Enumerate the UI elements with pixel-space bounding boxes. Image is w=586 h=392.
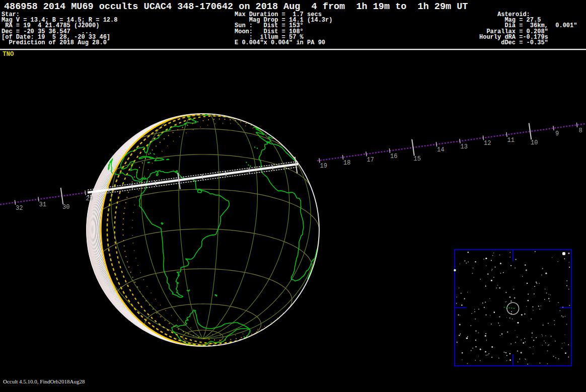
svg-text:10: 10 xyxy=(531,139,538,146)
svg-text:14: 14 xyxy=(437,146,444,153)
svg-text:15: 15 xyxy=(414,155,421,163)
svg-text:31: 31 xyxy=(39,201,46,208)
svg-text:9: 9 xyxy=(555,130,559,137)
svg-text:19: 19 xyxy=(320,163,327,170)
svg-text:30: 30 xyxy=(62,204,69,211)
svg-text:8: 8 xyxy=(579,127,582,134)
svg-text:16: 16 xyxy=(390,153,397,160)
svg-text:29: 29 xyxy=(86,195,93,202)
svg-text:12: 12 xyxy=(484,140,491,147)
svg-text:18: 18 xyxy=(343,160,350,167)
svg-text:11: 11 xyxy=(507,137,515,144)
svg-text:17: 17 xyxy=(367,156,374,164)
svg-text:32: 32 xyxy=(16,205,23,212)
svg-text:13: 13 xyxy=(461,143,468,150)
